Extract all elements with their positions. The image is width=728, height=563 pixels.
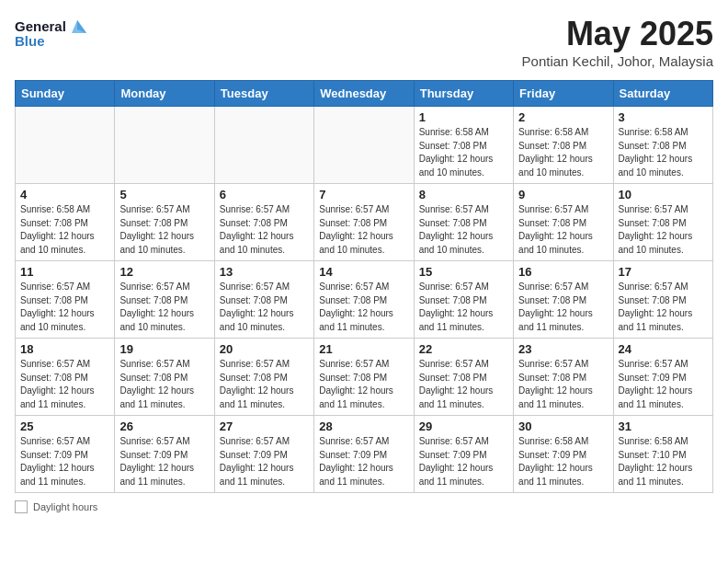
calendar-week-row: 11Sunrise: 6:57 AM Sunset: 7:08 PM Dayli…: [16, 261, 713, 339]
calendar-cell: 18Sunrise: 6:57 AM Sunset: 7:08 PM Dayli…: [16, 339, 115, 416]
calendar-cell: 19Sunrise: 6:57 AM Sunset: 7:08 PM Dayli…: [115, 339, 214, 416]
calendar-cell: 15Sunrise: 6:57 AM Sunset: 7:08 PM Dayli…: [414, 261, 513, 339]
day-number: 26: [119, 419, 209, 433]
day-info: Sunrise: 6:58 AM Sunset: 7:10 PM Dayligh…: [619, 435, 708, 488]
daylight-box: [15, 500, 28, 513]
day-info: Sunrise: 6:57 AM Sunset: 7:08 PM Dayligh…: [220, 281, 309, 334]
day-number: 27: [220, 419, 309, 433]
day-info: Sunrise: 6:57 AM Sunset: 7:08 PM Dayligh…: [419, 203, 508, 257]
calendar-cell: [214, 107, 313, 184]
day-number: 30: [518, 419, 608, 433]
day-number: 1: [419, 110, 508, 124]
day-info: Sunrise: 6:57 AM Sunset: 7:08 PM Dayligh…: [619, 203, 708, 257]
calendar-table: SundayMondayTuesdayWednesdayThursdayFrid…: [15, 80, 713, 493]
calendar-cell: 20Sunrise: 6:57 AM Sunset: 7:08 PM Dayli…: [214, 339, 313, 416]
weekday-header-cell: Tuesday: [214, 81, 313, 107]
day-number: 19: [119, 342, 209, 356]
day-info: Sunrise: 6:57 AM Sunset: 7:08 PM Dayligh…: [319, 281, 408, 334]
day-info: Sunrise: 6:58 AM Sunset: 7:08 PM Dayligh…: [20, 203, 109, 257]
calendar-cell: 6Sunrise: 6:57 AM Sunset: 7:08 PM Daylig…: [214, 184, 313, 261]
day-number: 13: [220, 265, 309, 279]
calendar-cell: 23Sunrise: 6:57 AM Sunset: 7:08 PM Dayli…: [514, 339, 613, 416]
day-number: 20: [220, 342, 309, 356]
calendar-cell: 1Sunrise: 6:58 AM Sunset: 7:08 PM Daylig…: [414, 107, 513, 184]
day-info: Sunrise: 6:58 AM Sunset: 7:08 PM Dayligh…: [419, 126, 508, 179]
day-info: Sunrise: 6:57 AM Sunset: 7:08 PM Dayligh…: [419, 358, 508, 411]
day-info: Sunrise: 6:57 AM Sunset: 7:09 PM Dayligh…: [619, 358, 708, 411]
day-number: 2: [518, 110, 608, 124]
svg-text:Blue: Blue: [15, 33, 45, 49]
day-info: Sunrise: 6:57 AM Sunset: 7:08 PM Dayligh…: [119, 281, 209, 334]
calendar-cell: 28Sunrise: 6:57 AM Sunset: 7:09 PM Dayli…: [314, 416, 414, 493]
svg-marker-3: [72, 20, 86, 33]
day-number: 17: [619, 265, 708, 279]
calendar-cell: 4Sunrise: 6:58 AM Sunset: 7:08 PM Daylig…: [16, 184, 115, 261]
calendar-cell: 22Sunrise: 6:57 AM Sunset: 7:08 PM Dayli…: [414, 339, 513, 416]
day-info: Sunrise: 6:57 AM Sunset: 7:08 PM Dayligh…: [518, 358, 608, 411]
calendar-cell: 3Sunrise: 6:58 AM Sunset: 7:08 PM Daylig…: [613, 107, 712, 184]
logo: General Blue: [15, 15, 88, 55]
weekday-header-cell: Sunday: [16, 81, 115, 107]
svg-text:General: General: [15, 18, 66, 34]
calendar-cell: 29Sunrise: 6:57 AM Sunset: 7:09 PM Dayli…: [414, 416, 513, 493]
calendar-cell: 16Sunrise: 6:57 AM Sunset: 7:08 PM Dayli…: [514, 261, 613, 339]
day-info: Sunrise: 6:58 AM Sunset: 7:08 PM Dayligh…: [518, 126, 608, 179]
day-info: Sunrise: 6:57 AM Sunset: 7:08 PM Dayligh…: [20, 281, 109, 334]
day-info: Sunrise: 6:57 AM Sunset: 7:08 PM Dayligh…: [619, 281, 708, 334]
calendar-cell: 8Sunrise: 6:57 AM Sunset: 7:08 PM Daylig…: [414, 184, 513, 261]
weekday-header-row: SundayMondayTuesdayWednesdayThursdayFrid…: [16, 81, 713, 107]
calendar-cell: 7Sunrise: 6:57 AM Sunset: 7:08 PM Daylig…: [314, 184, 414, 261]
logo-svg: General Blue: [15, 15, 88, 55]
calendar-cell: 26Sunrise: 6:57 AM Sunset: 7:09 PM Dayli…: [115, 416, 214, 493]
calendar-cell: 10Sunrise: 6:57 AM Sunset: 7:08 PM Dayli…: [613, 184, 712, 261]
calendar-cell: 21Sunrise: 6:57 AM Sunset: 7:08 PM Dayli…: [314, 339, 414, 416]
day-info: Sunrise: 6:57 AM Sunset: 7:08 PM Dayligh…: [518, 281, 608, 334]
day-number: 24: [619, 342, 708, 356]
weekday-header-cell: Friday: [514, 81, 613, 107]
day-number: 25: [20, 419, 109, 433]
day-number: 6: [220, 188, 309, 201]
day-info: Sunrise: 6:57 AM Sunset: 7:09 PM Dayligh…: [119, 435, 209, 488]
calendar-cell: [16, 107, 115, 184]
calendar-cell: 12Sunrise: 6:57 AM Sunset: 7:08 PM Dayli…: [115, 261, 214, 339]
calendar-cell: 11Sunrise: 6:57 AM Sunset: 7:08 PM Dayli…: [16, 261, 115, 339]
day-info: Sunrise: 6:57 AM Sunset: 7:08 PM Dayligh…: [319, 358, 408, 411]
day-number: 28: [319, 419, 408, 433]
day-info: Sunrise: 6:57 AM Sunset: 7:08 PM Dayligh…: [119, 203, 209, 257]
day-info: Sunrise: 6:57 AM Sunset: 7:08 PM Dayligh…: [220, 203, 309, 257]
weekday-header-cell: Saturday: [613, 81, 712, 107]
calendar-cell: 13Sunrise: 6:57 AM Sunset: 7:08 PM Dayli…: [214, 261, 313, 339]
calendar-week-row: 1Sunrise: 6:58 AM Sunset: 7:08 PM Daylig…: [16, 107, 713, 184]
calendar-cell: 2Sunrise: 6:58 AM Sunset: 7:08 PM Daylig…: [514, 107, 613, 184]
day-info: Sunrise: 6:57 AM Sunset: 7:09 PM Dayligh…: [419, 435, 508, 488]
day-number: 4: [20, 188, 109, 201]
weekday-header-cell: Monday: [115, 81, 214, 107]
weekday-header-cell: Wednesday: [314, 81, 414, 107]
day-number: 10: [619, 188, 708, 201]
calendar-cell: 27Sunrise: 6:57 AM Sunset: 7:09 PM Dayli…: [214, 416, 313, 493]
day-info: Sunrise: 6:57 AM Sunset: 7:09 PM Dayligh…: [220, 435, 309, 488]
day-number: 16: [518, 265, 608, 279]
day-number: 29: [419, 419, 508, 433]
calendar-cell: 14Sunrise: 6:57 AM Sunset: 7:08 PM Dayli…: [314, 261, 414, 339]
day-info: Sunrise: 6:57 AM Sunset: 7:09 PM Dayligh…: [20, 435, 109, 488]
page-header: General Blue May 2025 Pontian Kechil, Jo…: [15, 15, 713, 69]
day-info: Sunrise: 6:58 AM Sunset: 7:09 PM Dayligh…: [518, 435, 608, 488]
weekday-header-cell: Thursday: [414, 81, 513, 107]
title-block: May 2025 Pontian Kechil, Johor, Malaysia: [522, 15, 713, 69]
day-number: 12: [119, 265, 209, 279]
calendar-week-row: 18Sunrise: 6:57 AM Sunset: 7:08 PM Dayli…: [16, 339, 713, 416]
day-number: 22: [419, 342, 508, 356]
calendar-week-row: 25Sunrise: 6:57 AM Sunset: 7:09 PM Dayli…: [16, 416, 713, 493]
calendar-cell: [115, 107, 214, 184]
day-info: Sunrise: 6:57 AM Sunset: 7:08 PM Dayligh…: [319, 203, 408, 257]
daylight-label: Daylight hours: [33, 501, 97, 512]
day-number: 23: [518, 342, 608, 356]
day-number: 5: [119, 188, 209, 201]
day-number: 31: [619, 419, 708, 433]
day-number: 18: [20, 342, 109, 356]
calendar-cell: 5Sunrise: 6:57 AM Sunset: 7:08 PM Daylig…: [115, 184, 214, 261]
day-number: 14: [319, 265, 408, 279]
day-info: Sunrise: 6:57 AM Sunset: 7:08 PM Dayligh…: [220, 358, 309, 411]
calendar-cell: 30Sunrise: 6:58 AM Sunset: 7:09 PM Dayli…: [514, 416, 613, 493]
